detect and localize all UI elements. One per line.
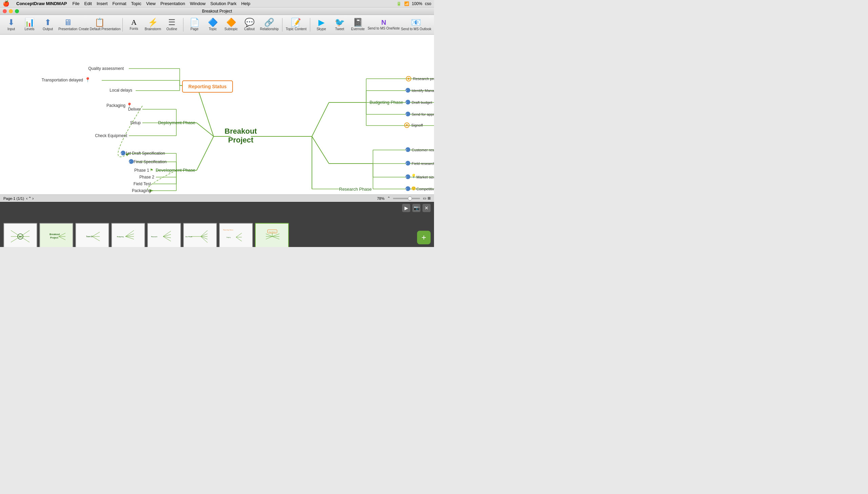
play-thumb-btn[interactable]: ▶ <box>402 204 410 212</box>
thumbnails-container: BP Map Breakout Project Breakout Project… <box>0 203 434 247</box>
close-thumb-btn[interactable]: ✕ <box>422 204 431 212</box>
toolbar-input[interactable]: ⬇ Input <box>3 16 20 34</box>
phase1-node[interactable]: Phase 1 <box>134 168 149 173</box>
packaging-bottom-node[interactable]: Packaging <box>132 188 151 193</box>
deployment-phase-node[interactable]: Deployment Phase <box>158 120 195 125</box>
toolbar-create-default[interactable]: 📋 Create Default Presentation <box>80 16 120 34</box>
phase2-node[interactable]: Phase 2 <box>139 175 154 179</box>
menu-solution-park[interactable]: Solution Park <box>210 1 236 6</box>
svg-text:Budgeting: Budgeting <box>117 236 124 238</box>
field-research-node[interactable]: Field research <box>412 162 434 166</box>
menu-topic[interactable]: Topic <box>131 1 141 6</box>
toolbar-tweet[interactable]: 🐦 Tweet <box>331 16 348 34</box>
maximize-button[interactable] <box>15 9 19 13</box>
svg-rect-107 <box>148 224 180 247</box>
toolbar-relationship[interactable]: 🔗 Relationship <box>259 16 280 34</box>
signoff-node[interactable]: Signoff <box>411 123 423 127</box>
menu-presentation[interactable]: Presentation <box>160 1 185 6</box>
thumb-reporting-status[interactable]: Rep.Status Reporting Status <box>255 223 289 247</box>
toolbar-outlook[interactable]: 📧 Send to MS Outlook <box>401 16 431 34</box>
thumb-team-identification[interactable]: Team ID Team Identification <box>75 223 109 247</box>
competitive-research-node[interactable]: Competitive research... <box>416 187 434 191</box>
field-test-node[interactable]: Field Test <box>134 182 151 186</box>
svg-text:✓: ✓ <box>405 113 408 116</box>
svg-text:✓: ✓ <box>120 152 123 155</box>
view-fit-icon[interactable]: ▭ <box>423 196 426 201</box>
budgeting-phase-node[interactable]: Budgeting Phase <box>370 100 403 105</box>
add-thumbnail-btn[interactable]: + <box>417 231 431 244</box>
topic-content-label: Topic Content <box>286 27 307 31</box>
callout-icon: 💬 <box>244 18 255 26</box>
toolbar-page[interactable]: 📄 Page <box>186 16 203 34</box>
mindmap-canvas[interactable]: Breakout Project Reporting Status Qualit… <box>0 35 434 194</box>
toolbar-subtopic[interactable]: 🔶 Subtopic <box>223 16 240 34</box>
nav-expand-arrow[interactable]: ⌃ <box>28 196 32 201</box>
levels-icon: 📊 <box>24 18 35 26</box>
toolbar-outline[interactable]: ☰ Outline <box>163 16 180 34</box>
relationship-icon: 🔗 <box>264 18 274 26</box>
thumb-breakout-project[interactable]: Breakout Project Breakout Project <box>39 223 73 247</box>
toolbar-skype[interactable]: ▶ Skype <box>313 16 330 34</box>
thumb-budgeting-phase[interactable]: Budgeting Budgeting Phase <box>111 223 145 247</box>
menu-help[interactable]: Help <box>241 1 250 6</box>
menu-format[interactable]: Format <box>112 1 126 6</box>
transportation-delayed-node[interactable]: Transportation delayed <box>42 78 83 82</box>
zoom-stepper[interactable]: ⌃ <box>387 196 390 201</box>
view-full-icon[interactable]: ⊞ <box>428 196 431 201</box>
page-nav[interactable]: ‹ ⌃ › <box>26 196 34 201</box>
menu-view[interactable]: View <box>146 1 156 6</box>
brainstorm-icon: ⚡ <box>148 18 158 26</box>
outline-label: Outline <box>166 27 177 31</box>
market-size-node[interactable]: Market size research... <box>416 175 434 179</box>
thumb-development-phase[interactable]: Dev Phase Development Phase <box>183 223 217 247</box>
svg-rect-113 <box>184 224 216 247</box>
menu-window[interactable]: Window <box>190 1 205 6</box>
separator-3 <box>282 18 282 32</box>
send-approval-node[interactable]: Send for approval <box>412 112 434 116</box>
toolbar-evernote[interactable]: 📓 Evernote <box>350 16 367 34</box>
research-phase-node[interactable]: Research Phase <box>339 187 372 192</box>
quality-assessment-node[interactable]: Quality assessment <box>88 66 124 71</box>
development-phase-node[interactable]: Development Phase <box>156 168 195 173</box>
apple-menu[interactable]: 🍎 <box>3 0 9 7</box>
separator-2 <box>183 18 183 32</box>
identify-mgmt-node[interactable]: Identify Management C... <box>412 89 434 93</box>
setup-node[interactable]: Setup <box>130 120 141 125</box>
zoom-slider-thumb[interactable] <box>408 196 412 201</box>
toolbar-brainstorm[interactable]: ⚡ Brainstorm <box>144 16 162 34</box>
toolbar-topic[interactable]: 🔷 Topic <box>204 16 221 34</box>
research-prev-budget-node[interactable]: Research previous bud... <box>413 77 434 81</box>
packaging-top-node[interactable]: Packaging <box>106 103 125 108</box>
nav-next-arrow[interactable]: › <box>32 196 34 201</box>
check-equipment-node[interactable]: Check Equipment <box>95 133 127 138</box>
menu-edit[interactable]: Edit <box>84 1 92 6</box>
center-node[interactable]: Breakout <box>224 127 257 135</box>
skype-label: Skype <box>317 27 326 31</box>
zoom-slider[interactable] <box>393 198 420 199</box>
first-draft-node[interactable]: 1st Draft Specification <box>125 151 165 156</box>
toolbar-callout[interactable]: 💬 Callout <box>241 16 258 34</box>
menu-file[interactable]: File <box>73 1 80 6</box>
camera-thumb-btn[interactable]: 📷 <box>412 204 420 212</box>
statusbar-right: 78% ⌃ ▭ ⊞ <box>377 196 431 201</box>
menu-insert[interactable]: Insert <box>97 1 108 6</box>
toolbar-onenote[interactable]: N Send to MS OneNote <box>368 16 400 34</box>
thumb-research-phase[interactable]: Research Research Phase <box>147 223 181 247</box>
draft-budget-node[interactable]: Draft budget <box>412 100 432 104</box>
titlebar: Breakout Project <box>0 7 434 15</box>
nav-prev-arrow[interactable]: ‹ <box>26 196 27 201</box>
toolbar-topic-content[interactable]: 📝 Topic Content <box>285 16 307 34</box>
local-delays-node[interactable]: Local delays <box>110 88 132 93</box>
deliver-node[interactable]: Deliver <box>128 107 141 112</box>
minimize-button[interactable] <box>9 9 13 13</box>
close-button[interactable] <box>3 9 7 13</box>
thumb-map-breakout[interactable]: BP Map Breakout Project <box>3 223 37 247</box>
outline-icon: ☰ <box>168 18 176 26</box>
toolbar-levels[interactable]: 📊 Levels <box>21 16 38 34</box>
toolbar-presentation[interactable]: 🖥 Presentation <box>58 16 78 34</box>
toolbar-fonts[interactable]: A Fonts <box>125 16 142 34</box>
toolbar-output[interactable]: ⬆ Output <box>39 16 56 34</box>
thumb-deployment-phase[interactable]: Reporting Status Deploy Deployment Phase <box>219 223 253 247</box>
customer-research-node[interactable]: Customer research <box>412 148 434 152</box>
final-spec-node[interactable]: Final Specification <box>134 159 166 164</box>
